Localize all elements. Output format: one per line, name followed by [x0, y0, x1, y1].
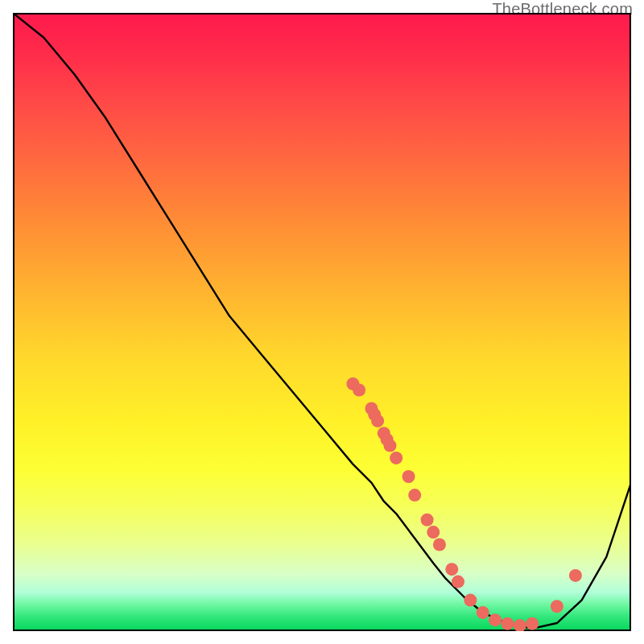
- chart-container: TheBottleneck.com: [0, 0, 644, 644]
- plot-area: [13, 13, 631, 631]
- gradient-background: [13, 13, 631, 631]
